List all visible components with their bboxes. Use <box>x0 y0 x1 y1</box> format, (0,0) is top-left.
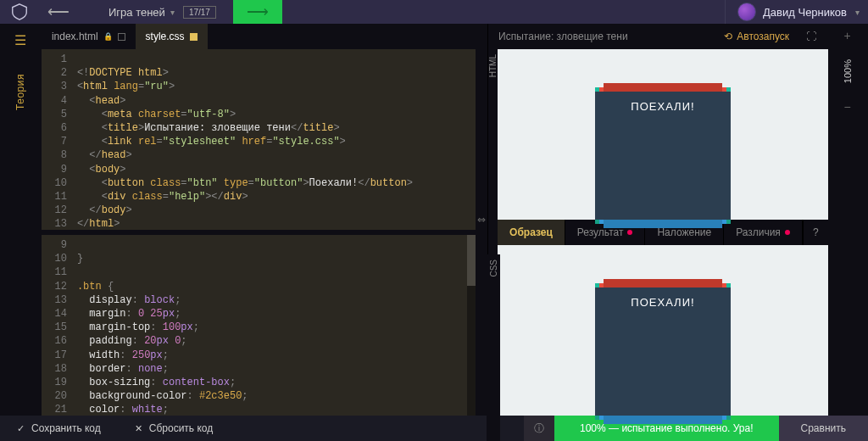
dot-icon <box>785 230 790 235</box>
course-title-text: Игра теней <box>108 6 165 19</box>
gutter: 12345678910111213 <box>42 49 72 230</box>
lock-icon: 🔒 <box>103 32 113 41</box>
save-button[interactable]: ✓Сохранить код <box>0 416 118 441</box>
tab-style-css[interactable]: style.css <box>136 24 208 49</box>
compare-button[interactable]: Сравнить <box>779 416 868 441</box>
next-task-button[interactable]: ⟶ <box>233 0 282 24</box>
tab-index-html[interactable]: index.html 🔒 <box>42 24 136 49</box>
sample-preview: ПОЕХАЛИ! <box>498 245 828 416</box>
result-preview: ПОЕХАЛИ! <box>498 49 828 220</box>
tab-label: index.html <box>52 31 98 42</box>
zoom-in-button[interactable]: + <box>843 29 850 42</box>
tab-help[interactable]: ? <box>803 220 828 245</box>
css-label: CSS <box>489 260 498 277</box>
status-message: 100% — испытание выполнено. Ура! <box>554 416 779 441</box>
user-name: Давид Черников <box>763 6 847 19</box>
tab-result[interactable]: Результат <box>565 220 646 245</box>
user-menu[interactable]: Давид Черников ▾ <box>725 0 860 24</box>
chevron-down-icon: ▾ <box>170 8 175 17</box>
html-label: HTML <box>488 54 498 77</box>
fullscreen-icon[interactable]: ⛶ <box>806 31 816 42</box>
avatar <box>737 3 756 21</box>
check-icon: ✓ <box>17 423 25 434</box>
arrow-right-icon: ⟶ <box>247 3 269 21</box>
reload-icon: ⟲ <box>724 31 732 42</box>
css-editor[interactable]: 91011121314151617181920212223242526 } .b… <box>42 235 476 416</box>
gutter: 91011121314151617181920212223242526 <box>42 235 72 416</box>
code-css: } .btn { display: block; margin: 0 25px;… <box>72 235 248 416</box>
course-title[interactable]: Игра теней ▾ <box>108 6 175 19</box>
tab-label: style.css <box>146 31 185 42</box>
menu-icon[interactable]: ☰ <box>14 24 26 57</box>
dot-icon <box>627 230 632 235</box>
tab-sample[interactable]: Образец <box>498 220 565 245</box>
zoom-out-button[interactable]: − <box>843 100 850 114</box>
task-title: Испытание: зловещие тени <box>498 31 628 42</box>
tab-overlay[interactable]: Наложение <box>645 220 724 245</box>
demo-button: ПОЕХАЛИ! <box>595 92 731 220</box>
theory-tab[interactable]: Теория <box>14 74 26 110</box>
tab-indicator <box>190 33 198 41</box>
code-html: <!DOCTYPE html> <html lang="ru"> <head> … <box>72 49 413 230</box>
tab-diff[interactable]: Различия <box>724 220 803 245</box>
prev-task-button[interactable]: ⟵ <box>42 1 75 23</box>
chevron-down-icon: ▾ <box>855 8 860 17</box>
close-icon: ✕ <box>135 423 142 434</box>
html-editor[interactable]: 12345678910111213 <!DOCTYPE html> <html … <box>42 49 476 230</box>
scrollbar[interactable] <box>467 235 476 416</box>
tab-indicator <box>118 33 125 41</box>
zoom-level: 100% <box>843 59 853 83</box>
demo-button: ПОЕХАЛИ! <box>595 287 731 416</box>
logo[interactable] <box>8 1 31 23</box>
autorun-toggle[interactable]: ⟲ Автозапуск <box>724 31 789 42</box>
reset-button[interactable]: ✕Сбросить код <box>118 416 230 441</box>
info-icon[interactable]: ⓘ <box>524 416 554 441</box>
task-counter: 17/17 <box>183 6 216 19</box>
